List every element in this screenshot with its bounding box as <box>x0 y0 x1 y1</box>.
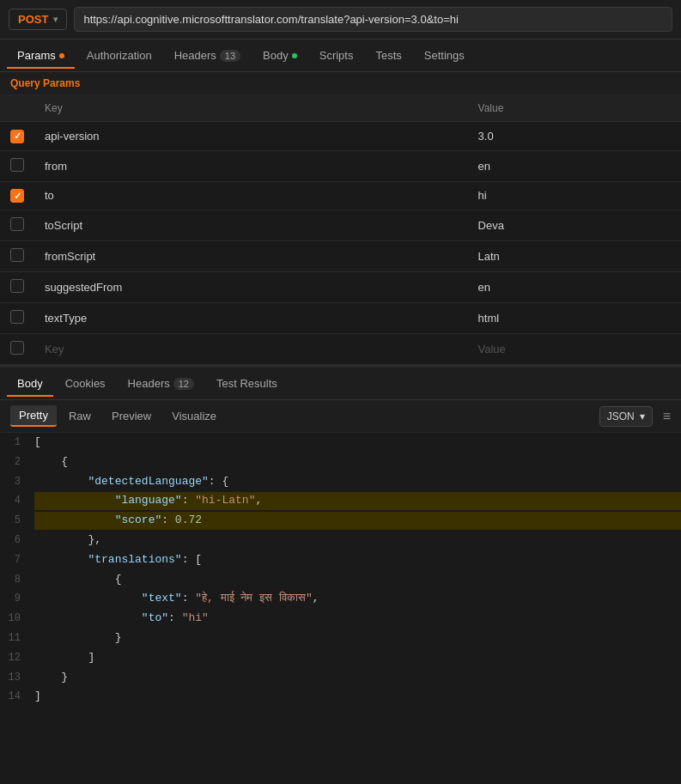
row-checkbox[interactable] <box>10 130 24 143</box>
fmt-visualize[interactable]: Visualize <box>163 406 225 426</box>
json-line: 14] <box>0 687 681 707</box>
line-number: 7 <box>0 551 34 568</box>
resp-tab-headers-label: Headers <box>128 377 170 390</box>
json-content: 1[2 {3 "detectedLanguage": {4 "language"… <box>0 433 681 707</box>
line-number: 5 <box>0 512 34 529</box>
chevron-down-icon: ▾ <box>53 15 58 24</box>
json-line: 11 } <box>0 629 681 648</box>
line-number: 10 <box>0 610 34 627</box>
json-line: 3 "detectedLanguage": { <box>0 472 681 492</box>
row-checkbox[interactable] <box>10 158 24 172</box>
line-number: 3 <box>0 473 34 490</box>
resp-headers-badge: 12 <box>173 378 194 390</box>
line-number: 14 <box>0 688 34 705</box>
param-key: from <box>34 150 468 181</box>
row-checkbox[interactable] <box>10 279 24 293</box>
checkbox-cell <box>0 181 34 210</box>
response-tabs: Body Cookies Headers 12 Test Results <box>0 368 681 400</box>
line-content: }, <box>34 532 681 550</box>
wrap-icon[interactable]: ≡ <box>663 409 671 424</box>
row-checkbox[interactable] <box>10 248 24 262</box>
tab-scripts-label: Scripts <box>319 49 354 62</box>
tab-tests-label: Tests <box>375 49 401 62</box>
table-row: tohi <box>0 181 681 210</box>
json-line: 13 } <box>0 668 681 688</box>
param-key: toScript <box>34 210 468 241</box>
line-content: "score": 0.72 <box>34 512 681 530</box>
params-table: Key Value api-version3.0fromentohitoScri… <box>0 95 681 365</box>
line-content: "translations": [ <box>34 551 681 569</box>
param-key: api-version <box>34 122 468 151</box>
fmt-raw[interactable]: Raw <box>60 406 100 426</box>
resp-tab-body[interactable]: Body <box>7 370 53 397</box>
tab-headers[interactable]: Headers 13 <box>164 42 251 69</box>
checkbox-cell <box>0 150 34 181</box>
resp-tab-test-results[interactable]: Test Results <box>206 370 288 397</box>
line-content: { <box>34 571 681 589</box>
query-params-label: Query Params <box>0 72 681 95</box>
format-type-select[interactable]: JSON ▾ <box>599 406 653 427</box>
col-value: Value <box>468 95 681 122</box>
param-key: textType <box>34 303 468 334</box>
col-check <box>0 95 34 122</box>
fmt-pretty[interactable]: Pretty <box>10 405 57 427</box>
tab-params[interactable]: Params <box>7 42 75 69</box>
line-content: ] <box>34 688 681 706</box>
json-line: 10 "to": "hi" <box>0 609 681 629</box>
resp-tab-cookies[interactable]: Cookies <box>55 370 116 397</box>
line-content: "to": "hi" <box>34 610 681 628</box>
line-number: 11 <box>0 629 34 647</box>
table-row: fromen <box>0 150 681 181</box>
param-value: 3.0 <box>468 122 681 151</box>
line-number: 6 <box>0 532 34 549</box>
resp-tab-headers[interactable]: Headers 12 <box>118 370 204 397</box>
row-checkbox[interactable] <box>10 341 24 355</box>
method-label: POST <box>18 13 48 26</box>
param-key: fromScript <box>34 241 468 272</box>
row-checkbox[interactable] <box>10 189 24 203</box>
chevron-down-icon: ▾ <box>640 410 645 422</box>
table-row: suggestedFromen <box>0 272 681 303</box>
param-value: Deva <box>468 210 681 241</box>
json-line: 6 }, <box>0 531 681 550</box>
json-line: 12 ] <box>0 648 681 668</box>
line-number: 8 <box>0 571 34 588</box>
checkbox-cell <box>0 272 34 303</box>
method-selector[interactable]: POST ▾ <box>9 9 67 30</box>
table-row: toScriptDeva <box>0 210 681 241</box>
line-number: 13 <box>0 669 34 686</box>
tab-body-label: Body <box>263 49 289 62</box>
fmt-preview[interactable]: Preview <box>103 406 160 426</box>
tab-scripts[interactable]: Scripts <box>309 42 364 69</box>
param-value: html <box>468 303 681 334</box>
resp-tab-cookies-label: Cookies <box>65 377 106 390</box>
url-input[interactable]: https://api.cognitive.microsofttranslato… <box>74 7 672 32</box>
line-content: "text": "हे, माई नेम इस विकास", <box>34 590 681 608</box>
request-tabs: Params Authorization Headers 13 Body Scr… <box>0 40 681 72</box>
tab-settings[interactable]: Settings <box>414 42 475 69</box>
param-value: Value <box>468 334 681 365</box>
table-row: api-version3.0 <box>0 122 681 151</box>
checkbox-cell <box>0 303 34 334</box>
line-number: 1 <box>0 434 34 451</box>
json-line: 2 { <box>0 453 681 472</box>
json-line: 9 "text": "हे, माई नेम इस विकास", <box>0 589 681 609</box>
row-checkbox[interactable] <box>10 217 24 231</box>
tab-body[interactable]: Body <box>252 42 307 69</box>
tab-authorization[interactable]: Authorization <box>76 42 162 69</box>
json-line: 1[ <box>0 433 681 453</box>
table-row: textTypehtml <box>0 303 681 334</box>
line-content: ] <box>34 649 681 667</box>
checkbox-cell <box>0 122 34 151</box>
param-value: en <box>468 150 681 181</box>
headers-badge: 13 <box>220 50 240 62</box>
checkbox-cell <box>0 241 34 272</box>
checkbox-cell <box>0 210 34 241</box>
checkbox-cell <box>0 334 34 365</box>
param-key: to <box>34 181 468 210</box>
row-checkbox[interactable] <box>10 310 24 324</box>
tab-settings-label: Settings <box>424 49 465 62</box>
tab-tests[interactable]: Tests <box>365 42 411 69</box>
param-value: Latn <box>468 241 681 272</box>
json-line: 7 "translations": [ <box>0 550 681 570</box>
